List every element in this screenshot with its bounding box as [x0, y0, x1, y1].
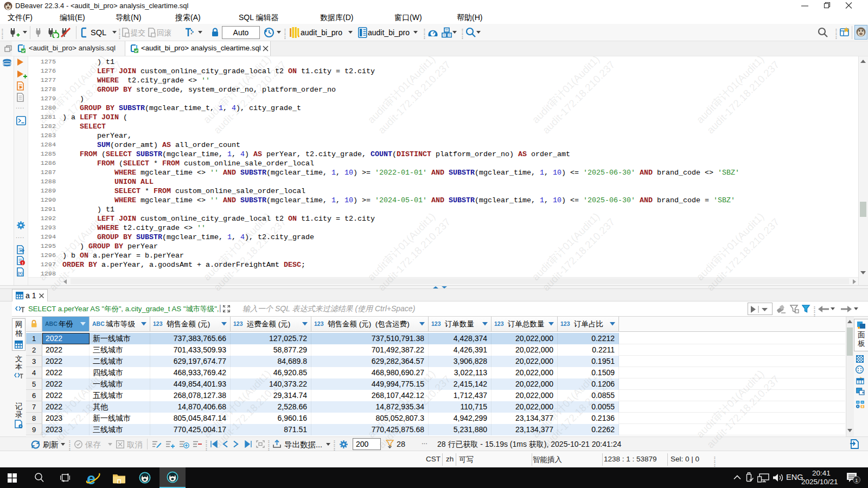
- svg-text:1: 1: [855, 477, 858, 483]
- svg-text:!: !: [22, 261, 23, 266]
- svg-text:(x): (x): [18, 271, 23, 275]
